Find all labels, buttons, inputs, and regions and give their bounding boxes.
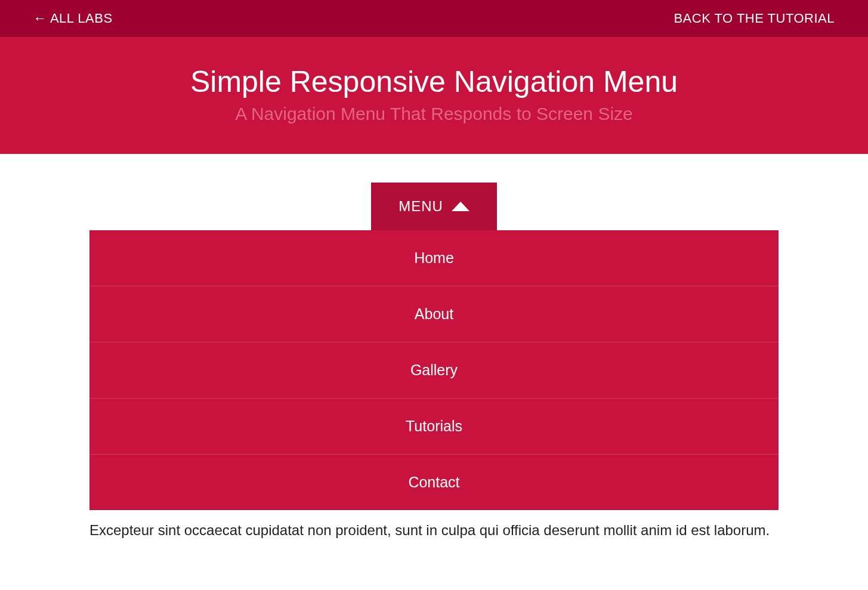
all-labs-link[interactable]: ← ALL LABS xyxy=(33,11,113,26)
menu-toggle-button[interactable]: MENU xyxy=(371,183,497,230)
nav-item-home: Home xyxy=(89,230,779,286)
menu-toggle-label: MENU xyxy=(399,198,443,215)
page-subtitle: A Navigation Menu That Responds to Scree… xyxy=(12,104,856,124)
nav-link-home[interactable]: Home xyxy=(89,230,779,286)
menu-wrapper: MENU Home About Gallery Tutorials Contac… xyxy=(66,183,802,510)
body-paragraph: Excepteur sint occaecat cupidatat non pr… xyxy=(89,522,779,539)
nav-item-about: About xyxy=(89,286,779,342)
top-bar: ← ALL LABS BACK TO THE TUTORIAL xyxy=(0,0,868,37)
back-to-tutorial-link[interactable]: BACK TO THE TUTORIAL xyxy=(674,11,835,26)
nav-item-gallery: Gallery xyxy=(89,342,779,398)
nav-item-tutorials: Tutorials xyxy=(89,398,779,454)
nav-link-tutorials[interactable]: Tutorials xyxy=(89,399,779,454)
page-title: Simple Responsive Navigation Menu xyxy=(12,64,856,99)
nav-link-about[interactable]: About xyxy=(89,286,779,342)
nav-item-contact: Contact xyxy=(89,454,779,510)
nav-list: Home About Gallery Tutorials Contact xyxy=(89,230,779,510)
chevron-up-icon xyxy=(452,202,469,211)
nav-link-contact[interactable]: Contact xyxy=(89,455,779,510)
hero-banner: Simple Responsive Navigation Menu A Navi… xyxy=(0,37,868,154)
nav-link-gallery[interactable]: Gallery xyxy=(89,342,779,398)
